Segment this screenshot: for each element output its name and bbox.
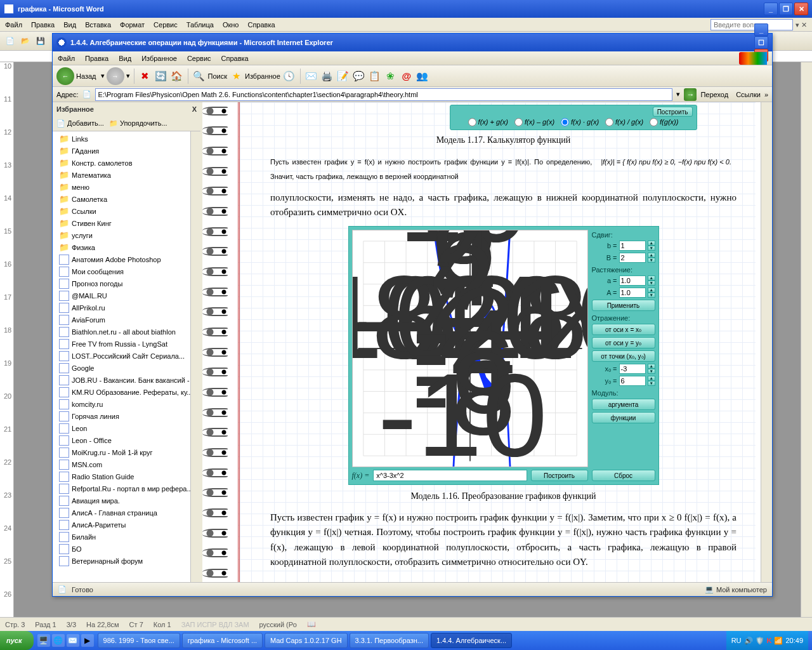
word-menu-file[interactable]: Файл [5,21,22,29]
favorites-item[interactable]: Links [53,133,200,145]
word-ask-dropdown[interactable]: ▾ ✕ [796,21,807,29]
ql-desktop-icon[interactable]: 🖥️ [37,634,50,647]
b-spinner[interactable]: ▴▾ [648,241,655,251]
favorites-item[interactable]: Констр. самолетов [53,157,200,169]
reflect-x-button[interactable]: от оси x = x₀ [592,324,655,335]
favorites-item[interactable]: Стивен Кинг [53,217,200,229]
taskbar-task[interactable]: 986. 1999 - Твоя све... [98,633,180,648]
links-label[interactable]: Ссылки [736,91,761,98]
big-b-input[interactable] [619,253,646,263]
mail-icon[interactable]: ✉️ [304,69,318,83]
ie-menu-view[interactable]: Вид [119,55,131,62]
y0-input[interactable] [619,376,646,386]
word-close-button[interactable]: ✕ [794,3,808,15]
fwd-dropdown-icon[interactable]: ▾ [126,72,130,80]
fx-input[interactable] [373,470,527,481]
favorites-item[interactable]: БО [53,543,200,555]
favorites-item[interactable]: Билайн [53,531,200,543]
taskbar-task[interactable]: 3.3.1. Первообразн... [350,633,429,648]
search-label[interactable]: Поиск [208,72,227,80]
favorites-item[interactable]: AllPrikol.ru [53,302,200,314]
module-arg-button[interactable]: аргумента [592,399,655,410]
back-button[interactable]: ← [56,67,74,85]
big-a-spinner[interactable]: ▴▾ [648,288,655,298]
word-menu-edit[interactable]: Правка [31,21,55,29]
favorites-item[interactable]: услуги [53,229,200,241]
word-menu-window[interactable]: Окно [223,21,239,29]
plot-area[interactable]: -10-8-6-4-2246810 108642-2-4-6-8-10 xy [352,230,588,467]
favorites-item[interactable]: Мои сообщения [53,265,200,277]
favorites-add-button[interactable]: 📄 Добавить... [56,119,104,128]
ql-media-icon[interactable]: ▶ [81,634,94,647]
favorites-item[interactable]: komcity.ru [53,398,200,410]
favorites-item[interactable]: Free TV from Russia - LyngSat [53,338,200,350]
favorites-item[interactable]: Физика [53,241,200,253]
favorites-item[interactable]: ГАдания [53,145,200,157]
tray-lang[interactable]: RU [731,637,742,644]
search-icon[interactable]: 🔍 [192,69,206,83]
favorites-item[interactable]: меню [53,181,200,193]
messenger-icon[interactable]: 👥 [416,69,429,83]
back-label[interactable]: Назад [76,72,96,80]
favorites-close-button[interactable]: X [192,105,197,113]
book-icon[interactable]: 📖 [307,620,316,628]
address-dropdown-icon[interactable]: ▾ [676,90,680,98]
ie-minimize-button[interactable]: _ [754,23,768,36]
favorites-item[interactable]: Leon [53,422,200,434]
favorites-item[interactable]: Biathlon.net.ru - all about biathlon [53,326,200,338]
go-label[interactable]: Переход [700,91,728,98]
build-button[interactable]: Построить [531,470,588,481]
system-tray[interactable]: RU 🔊 🛡️ K 📶 20:49 [726,631,808,650]
reflect-point-button[interactable]: от точки (x₀, y₀) [592,350,655,362]
word-restore-button[interactable]: ❐ [779,3,793,15]
word-ask-input[interactable] [710,19,793,30]
word-minimize-button[interactable]: _ [764,3,778,15]
big-b-spinner[interactable]: ▴▾ [648,253,655,263]
big-a-input[interactable] [619,288,646,298]
favorites-item[interactable]: LOST..Российский Сайт Сериала... [53,350,200,362]
taskbar-task[interactable]: графика - Microsoft ... [182,633,263,648]
favorites-item[interactable]: АлисА - Главная страница [53,507,200,519]
word-menu-help[interactable]: Справка [247,21,275,29]
home-icon[interactable]: 🏠 [170,69,184,83]
favorites-organize-button[interactable]: 📁 Упорядочить... [109,119,167,128]
ie-menu-help[interactable]: Справка [221,55,249,62]
favorites-item[interactable]: Ссылки [53,205,200,217]
favorites-label[interactable]: Избранное [245,72,280,80]
stop-icon[interactable]: ✖ [138,69,152,83]
favorites-item[interactable]: AviaForum [53,314,200,326]
taskbar-task[interactable]: Mad Caps 1.0.2.17 GH [265,633,348,648]
new-icon[interactable]: 📄 [4,35,16,48]
ie-menu-file[interactable]: Файл [58,55,75,62]
tray-k-icon[interactable]: K [767,637,772,644]
word-menu-table[interactable]: Таблица [187,21,214,29]
favorites-item[interactable]: MoiKrug.ru - Мой 1-й круг [53,446,200,458]
favorites-item[interactable]: JOB.RU - Вакансии. Банк вакансий - ... [53,374,200,386]
apply-button[interactable]: Применить [592,300,655,311]
favorites-item[interactable]: KM.RU Образование. Рефераты, ку... [53,386,200,398]
favorites-item[interactable]: Google [53,362,200,374]
save-icon[interactable]: 💾 [34,35,47,48]
taskbar-task[interactable]: 1.4.4. Алгебраическ... [431,633,512,648]
favorites-item[interactable]: Leon - Office [53,434,200,446]
reset-button[interactable]: Сброс [592,470,655,481]
word-vertical-scrollbar[interactable] [801,62,812,617]
ql-mail-icon[interactable]: ✉️ [67,634,79,647]
at-icon[interactable]: @ [400,69,414,83]
word-menu-view[interactable]: Вид [63,21,76,29]
favorites-item[interactable]: Авиация мира. [53,494,200,507]
favorites-item[interactable]: Ветеринарный форум [53,555,200,567]
favorites-item[interactable]: Анатомия Adobe Photoshop [53,253,200,265]
start-button[interactable]: пуск [0,631,34,650]
refresh-icon[interactable]: 🔄 [154,69,168,83]
tray-shield-icon[interactable]: 🛡️ [756,637,764,645]
research-icon[interactable]: 📋 [368,69,382,83]
word-menu-service[interactable]: Сервис [154,21,178,29]
discuss-icon[interactable]: 💬 [352,69,366,83]
forward-button[interactable]: → [107,67,124,85]
favorites-item[interactable]: Radio Station Guide [53,470,200,482]
open-icon[interactable]: 📂 [19,35,32,48]
favorites-scrollbar[interactable] [190,131,200,582]
calc-build-button[interactable]: Построить [653,107,693,117]
address-input[interactable] [95,88,673,101]
